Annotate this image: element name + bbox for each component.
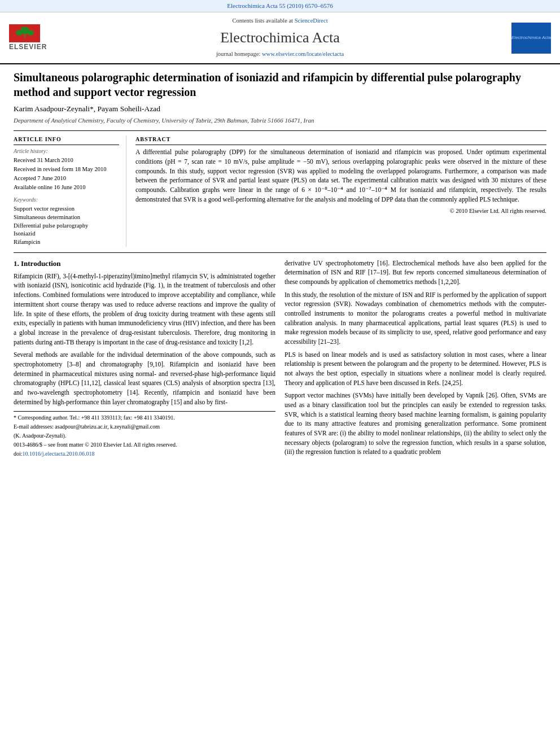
affiliation: Department of Analytical Chemistry, Facu… [14,116,546,125]
svg-rect-2 [24,34,26,38]
journal-title: Electrochimica Acta [54,28,506,48]
footnote-email: E-mail addresses: asadpour@tabrizu.ac.ir… [14,423,275,431]
sciencedirect-link[interactable]: ScienceDirect [295,18,328,24]
authors: Karim Asadpour-Zeynali*, Payam Soheili-A… [14,104,546,115]
copyright: © 2010 Elsevier Ltd. All rights reserved… [135,207,546,216]
article-info-col: ARTICLE INFO Article history: Received 3… [14,136,126,246]
paper-title: Simultaneous polarographic determination… [14,70,546,99]
keyword-2: Simultaneous determination [14,213,119,222]
doi-link[interactable]: 10.1016/j.electacta.2010.06.018 [23,451,95,457]
journal-homepage: journal homepage: www.elsevier.com/locat… [54,50,506,59]
history-label: Article history: [14,147,119,155]
abstract-text: A differential pulse polarography (DPP) … [135,147,546,204]
footnote-section: * Corresponding author. Tel.: +98 411 33… [14,411,275,458]
journal-citation-bar: Electrochimica Acta 55 (2010) 6570–6576 [0,0,560,12]
accepted-date: Accepted 7 June 2010 [14,174,119,183]
intro-para-3: derivative UV spectrophotometry [16]. El… [285,259,546,287]
footnote-star: * Corresponding author. Tel.: +98 411 33… [14,414,275,422]
journal-citation-text: Electrochimica Acta 55 (2010) 6570–6576 [227,2,333,9]
section-divider [14,252,546,253]
keyword-3: Differential pulse polarography [14,222,119,230]
intro-right-col: derivative UV spectrophotometry [16]. El… [285,259,546,460]
journal-logo-right: Electrochimica Acta [506,23,551,54]
abstract-col: ABSTRACT A differential pulse polarograp… [135,136,546,246]
footnote-name: (K. Asadpour-Zeynali). [14,432,275,440]
svg-point-3 [16,30,23,36]
doi-line: doi:10.1016/j.electacta.2010.06.018 [14,450,275,458]
contents-line: Contents lists available at ScienceDirec… [54,17,506,25]
keyword-1: Support vector regression [14,205,119,213]
intro-para-2: Several methods are available for the in… [14,350,275,407]
elsevier-wordmark: ELSEVIER [9,42,47,52]
abstract-label: ABSTRACT [135,136,546,145]
svg-point-4 [27,30,34,36]
introduction-section: 1. Introduction Rifampicin (RIF), 3-[(4-… [14,259,546,460]
elsevier-logo-icon [9,24,40,42]
footnote-issn: 0013-4686/$ – see front matter © 2010 El… [14,441,275,449]
article-info-label: ARTICLE INFO [14,136,119,145]
article-info-abstract: ARTICLE INFO Article history: Received 3… [14,130,546,246]
intro-left-col: 1. Introduction Rifampicin (RIF), 3-[(4-… [14,259,275,460]
received-date: Received 31 March 2010 [14,156,119,165]
intro-para-4: In this study, the resolution of the mix… [285,290,546,347]
intro-para-6: Support vector machines (SVMs) have init… [285,391,546,457]
journal-header: ELSEVIER Contents lists available at Sci… [0,12,560,64]
intro-para-1: Rifampicin (RIF), 3-[(4-methyl-1-piperaz… [14,272,275,347]
journal-logo-box: Electrochimica Acta [511,23,551,54]
intro-heading: 1. Introduction [14,259,275,269]
intro-para-5: PLS is based on linear models and is use… [285,350,546,388]
elsevier-logo: ELSEVIER [9,24,54,52]
keyword-4: Isoniazid [14,230,119,238]
journal-center-header: Contents lists available at ScienceDirec… [54,17,506,59]
main-content: Simultaneous polarographic determination… [0,64,560,466]
received-revised-date: Received in revised form 18 May 2010 [14,165,119,174]
keyword-5: Rifampicin [14,238,119,247]
journal-homepage-link[interactable]: www.elsevier.com/locate/electacta [262,51,344,57]
available-date: Available online 16 June 2010 [14,184,119,192]
keywords-label: Keywords: [14,196,119,204]
